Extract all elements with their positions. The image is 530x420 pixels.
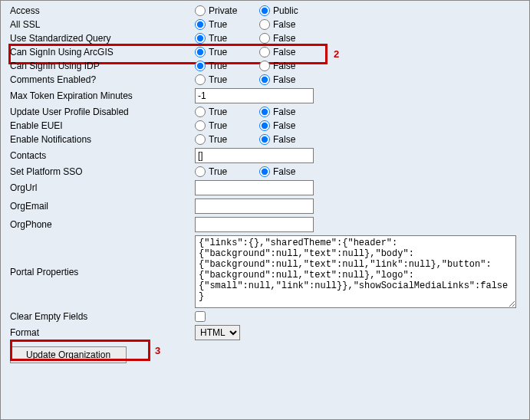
format-label: Format bbox=[7, 327, 195, 338]
comments-enabled-false[interactable]: False bbox=[259, 74, 319, 85]
org-email-input[interactable] bbox=[195, 199, 314, 214]
update-organization-button[interactable]: Update Organization bbox=[10, 346, 127, 363]
clear-empty-fields-label: Clear Empty Fields bbox=[7, 311, 195, 322]
org-phone-input[interactable] bbox=[195, 217, 314, 232]
can-signin-arcgis-label: Can SignIn Using ArcGIS bbox=[7, 47, 195, 57]
use-std-query-false[interactable]: False bbox=[259, 33, 319, 44]
contacts-input[interactable] bbox=[195, 148, 314, 163]
can-signin-arcgis-false[interactable]: False bbox=[259, 47, 319, 57]
can-signin-idp-false[interactable]: False bbox=[259, 61, 319, 71]
enable-notifications-true[interactable]: True bbox=[195, 134, 255, 145]
org-email-label: OrgEmail bbox=[7, 201, 195, 212]
format-select[interactable]: HTML bbox=[195, 325, 240, 340]
annotation-2: 2 bbox=[334, 48, 339, 60]
all-ssl-true[interactable]: True bbox=[195, 19, 255, 30]
access-public[interactable]: Public bbox=[259, 5, 319, 16]
set-platform-sso-false[interactable]: False bbox=[259, 166, 319, 177]
org-url-label: OrgUrl bbox=[7, 182, 195, 193]
comments-enabled-label: Comments Enabled? bbox=[7, 74, 195, 85]
portal-properties-label: Portal Properties bbox=[7, 267, 195, 277]
set-platform-sso-label: Set Platform SSO bbox=[7, 166, 195, 177]
max-token-exp-label: Max Token Expiration Minutes bbox=[7, 90, 195, 101]
enable-notifications-false[interactable]: False bbox=[259, 134, 319, 145]
org-phone-label: OrgPhone bbox=[7, 219, 195, 230]
access-label: Access bbox=[7, 5, 195, 16]
comments-enabled-true[interactable]: True bbox=[195, 74, 255, 85]
all-ssl-false[interactable]: False bbox=[259, 19, 319, 30]
enable-euei-true[interactable]: True bbox=[195, 120, 255, 131]
can-signin-idp-true[interactable]: True bbox=[195, 61, 255, 71]
update-user-profile-true[interactable]: True bbox=[195, 107, 255, 117]
can-signin-arcgis-true[interactable]: True bbox=[195, 47, 255, 57]
contacts-label: Contacts bbox=[7, 150, 195, 161]
portal-properties-textarea[interactable]: {"links":{},"sharedTheme":{"header":{"ba… bbox=[195, 235, 516, 308]
enable-notifications-label: Enable Notifications bbox=[7, 134, 195, 145]
use-std-query-true[interactable]: True bbox=[195, 33, 255, 44]
annotation-3: 3 bbox=[155, 345, 160, 356]
all-ssl-label: All SSL bbox=[7, 19, 195, 30]
enable-euei-label: Enable EUEI bbox=[7, 120, 195, 131]
can-signin-idp-label: Can SignIn Using IDP bbox=[7, 61, 195, 71]
org-url-input[interactable] bbox=[195, 180, 314, 195]
set-platform-sso-true[interactable]: True bbox=[195, 166, 255, 177]
use-std-query-label: Use Standardized Query bbox=[7, 33, 195, 44]
update-user-profile-false[interactable]: False bbox=[259, 107, 319, 117]
enable-euei-false[interactable]: False bbox=[259, 120, 319, 131]
update-user-profile-label: Update User Profile Disabled bbox=[7, 107, 195, 117]
access-private[interactable]: Private bbox=[195, 5, 255, 16]
clear-empty-fields-checkbox[interactable] bbox=[195, 311, 206, 322]
max-token-exp-input[interactable] bbox=[195, 88, 314, 103]
